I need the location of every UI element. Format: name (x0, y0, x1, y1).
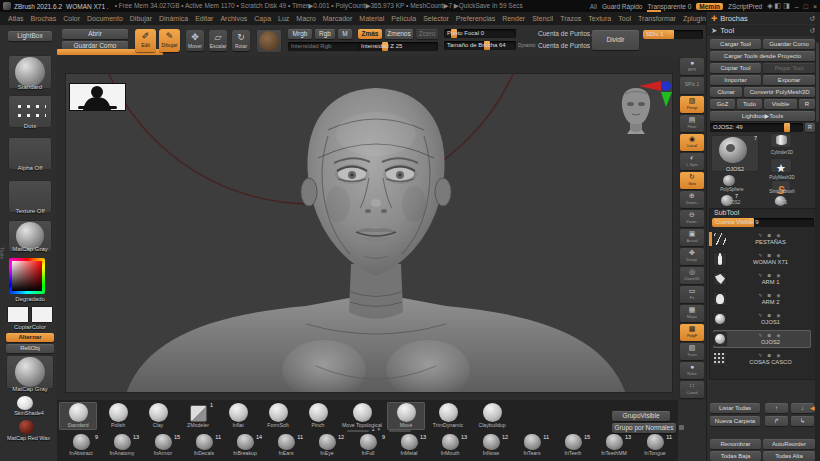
subtool-row-ojos1[interactable]: ✎ ◼ ◉ OJOS1 (713, 310, 811, 328)
bpr-render-button[interactable]: ●BPR (680, 58, 704, 75)
subtool-row-ojos2-selected[interactable]: ✎ ◼ ◉ OJOS2 (713, 330, 811, 348)
move-mode-button[interactable]: ✥ Mover (186, 30, 204, 51)
memin-button[interactable]: Memín (696, 3, 723, 10)
tool-item-polymesh3d[interactable]: ★ (770, 158, 792, 173)
menu-dinamica[interactable]: Dinámica (159, 15, 188, 22)
transparency-button[interactable]: ▧Trans (680, 343, 704, 360)
ojos2-thumbnail[interactable] (713, 332, 727, 346)
tool-item-polysphere[interactable] (723, 175, 735, 186)
local-button[interactable]: ◉Local (680, 134, 704, 151)
brush-move[interactable]: Move (387, 402, 425, 430)
brush-fneye[interactable]: 12 fnEye (307, 433, 347, 460)
actual-size-button[interactable]: ▣Actual (680, 229, 704, 246)
import-button[interactable]: Importar (710, 75, 761, 85)
lightbox-tools-button[interactable]: Lightbox▶Tools (710, 111, 815, 121)
material-preview-2[interactable] (6, 355, 54, 389)
canvas-area[interactable] (57, 57, 678, 400)
mrgb-button[interactable]: Mrgb (288, 29, 312, 39)
menu-material[interactable]: Material (359, 15, 384, 22)
arm1-thumbnail[interactable] (713, 272, 727, 286)
subtool-row-cosas-casco[interactable]: ✎ ◼ ◉ COSAS CASCO (713, 350, 811, 368)
load-tool-button[interactable]: Cargar Tool (710, 39, 761, 49)
open-button[interactable]: Abrir (62, 29, 128, 39)
zsub-button[interactable]: Zmenos (385, 29, 413, 39)
group-normals-toggle[interactable] (679, 425, 684, 430)
subtool-label-cosas-casco[interactable]: COSAS CASCO (730, 359, 811, 366)
rotate-view-button[interactable]: ↻Giro (680, 172, 704, 189)
subtool-header[interactable]: SubTool (714, 209, 739, 216)
menu-editar[interactable]: Editar (195, 15, 213, 22)
menu-trazos[interactable]: Trazos (560, 15, 581, 22)
restore-icon[interactable]: □ (804, 3, 808, 10)
brush-standard[interactable]: Standard (59, 402, 97, 430)
current-brush-preview[interactable] (256, 29, 282, 53)
make-polymesh3d-button[interactable]: Convertir PolyMesh3D (744, 87, 815, 97)
brush-fntongue[interactable]: 11 fnTongue (635, 433, 675, 460)
ghost-button[interactable]: ●Nube (680, 362, 704, 379)
m-button[interactable]: M (338, 29, 352, 39)
menu-selector[interactable]: Selector (423, 15, 449, 22)
subtool-label-arm1[interactable]: ARM 1 (730, 279, 811, 286)
pestanas-thumbnail[interactable] (713, 232, 727, 246)
brush-fnteeth[interactable]: 15 fnTeeth (553, 433, 593, 460)
tool-slider[interactable]: OJOS2: 49 (710, 123, 803, 132)
brush-fntears[interactable]: 11 fnTears (512, 433, 552, 460)
brush-zmodeler[interactable]: 1 ZModeler (179, 402, 217, 430)
brush-fnmetal[interactable]: 13 fnMetal (389, 433, 429, 460)
menu-tool[interactable]: Tool (618, 15, 631, 22)
brush-fnanatomy[interactable]: 13 fnAnatomy (102, 433, 142, 460)
menu-marcador[interactable]: Marcador (323, 15, 353, 22)
color-picker-gradient[interactable] (12, 261, 42, 291)
brush-formsoft[interactable]: FormSoft (259, 402, 297, 430)
folder-out-button[interactable]: ↳ (791, 416, 814, 426)
brush-trimdynamic[interactable]: TrimDynamic (427, 402, 469, 430)
export-button[interactable]: Exportar (763, 75, 815, 85)
skinshade4-material[interactable] (17, 396, 33, 410)
menu-atlas[interactable]: Atlas (8, 15, 24, 22)
all-high-button[interactable]: Todas Alta (763, 451, 815, 461)
menu-render[interactable]: Render (502, 15, 525, 22)
save-as-tool-button[interactable]: Guardar Como (763, 39, 815, 49)
goz-button[interactable]: GoZ (710, 99, 735, 109)
menu-luz[interactable]: Luz (278, 15, 289, 22)
brush-fnears[interactable]: 11 fnEars (266, 433, 306, 460)
brush-fnmouth[interactable]: 13 fnMouth (430, 433, 470, 460)
canvas-thumbnail[interactable] (69, 83, 126, 111)
brush-fnbreakup[interactable]: 14 fnBreakup (225, 433, 265, 460)
document-viewport[interactable] (65, 73, 673, 393)
lsym-button[interactable]: ◐L.Sym (680, 153, 704, 170)
cosas-casco-thumbnail[interactable] (713, 352, 727, 366)
transparente-button[interactable]: Transparente 0 (647, 3, 691, 10)
titlebar-tool-icons[interactable]: ◈ ◧ ◨ (767, 2, 790, 10)
group-by-normals-button[interactable]: Grupo por Normales (612, 423, 676, 433)
brush-fndecals[interactable]: 11 fnDecals (184, 433, 224, 460)
load-tools-from-project-button[interactable]: Cargar Tools desde Proyecto (710, 51, 815, 61)
menu-transformar[interactable]: Transformar (638, 15, 676, 22)
new-folder-button[interactable]: Nueva Carpeta (710, 416, 760, 426)
z-intensity-slider[interactable]: Intensidad Z 25 (358, 42, 438, 51)
coord-button[interactable]: ∷Coord (680, 381, 704, 398)
edit-mode-button[interactable]: ✐ Edit (135, 29, 156, 52)
brush-inflat[interactable]: Inflat (219, 402, 257, 430)
menu-zplugin[interactable]: Zplugin (683, 15, 706, 22)
color-picker[interactable] (9, 258, 45, 294)
fill-object-button[interactable]: RellObj (6, 344, 54, 353)
menu-pelicula[interactable]: Película (391, 15, 416, 22)
subtool-label-woman[interactable]: WOMAN X71 (730, 259, 811, 266)
quick-save-button[interactable]: Guard Rápido (602, 3, 642, 10)
goz-r-button[interactable]: R (799, 99, 815, 109)
map-button[interactable]: ▦Mapa (680, 305, 704, 322)
polyframe-button[interactable]: ▩PolyF (680, 324, 704, 341)
main-color-swatch[interactable] (7, 306, 29, 323)
subtool-row-pestanas[interactable]: ✎ ◼ ◉ PESTAÑAS (713, 230, 811, 248)
menu-color[interactable]: Color (63, 15, 80, 22)
subtool-row-arm1[interactable]: ✎ ◼ ◉ ARM 1 (713, 270, 811, 288)
subtool-up-button[interactable]: ↑ (765, 403, 788, 413)
zcut-button[interactable]: Zcero (416, 29, 438, 39)
sculpt-model[interactable] (66, 74, 673, 393)
close-icon[interactable]: × (813, 3, 817, 10)
dynamic-toggle[interactable]: Dynamic (518, 43, 536, 48)
brush-fnabstract[interactable]: 9 fnAbstract (61, 433, 101, 460)
menu-brochas[interactable]: Brochas (31, 15, 57, 22)
brush-fnfull[interactable]: 9 fnFull (348, 433, 388, 460)
